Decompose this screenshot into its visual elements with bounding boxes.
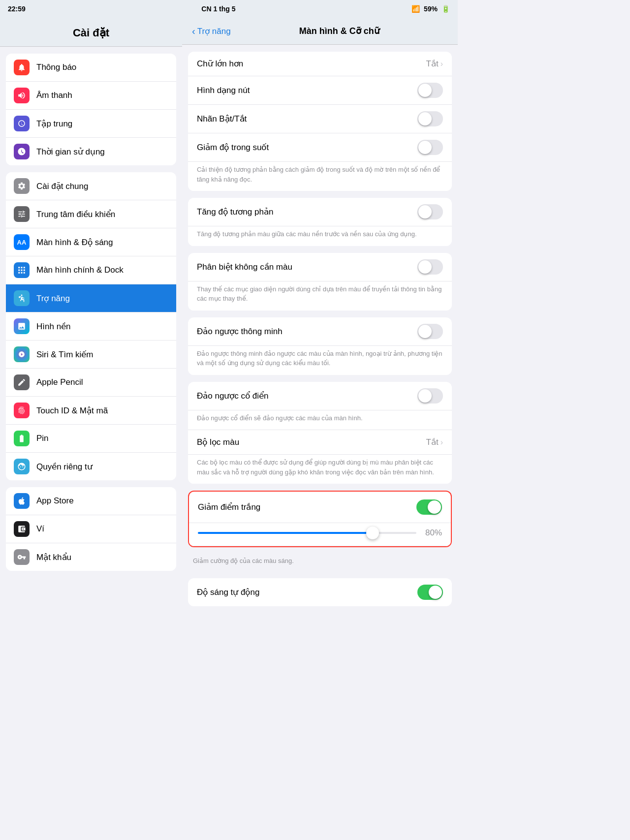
giam-diem-trang-row[interactable]: Giảm điểm trắng xyxy=(189,492,451,523)
man-hinh-do-sang-icon: AA xyxy=(14,234,30,250)
app-store-icon xyxy=(14,493,30,509)
giam-do-trong-suot-label: Giảm độ trong suốt xyxy=(197,142,269,153)
phan-biet-khong-can-mau-label: Phân biệt không cần màu xyxy=(197,262,292,272)
nhan-bat-tat-toggle[interactable] xyxy=(417,111,443,126)
sidebar-item-thoi-gian-su-dung[interactable]: Thời gian sử dụng xyxy=(6,138,176,165)
quyen-rieng-tu-label: Quyền riêng tư xyxy=(36,462,93,472)
giam-do-trong-suot-row[interactable]: Giảm độ trong suốt xyxy=(188,133,452,162)
brightness-slider-track[interactable] xyxy=(198,532,416,534)
dao-nguoc-co-dien-row[interactable]: Đảo ngược cổ điển xyxy=(188,382,452,410)
chu-lon-hon-label: Chữ lớn hơn xyxy=(197,59,243,69)
do-sang-tu-dong-label: Độ sáng tự động xyxy=(197,587,259,597)
dao-nguoc-co-dien-toggle[interactable] xyxy=(417,388,443,404)
sidebar-item-hinh-nen[interactable]: Hình nền xyxy=(6,312,176,341)
bo-loc-mau-label: Bộ lọc màu xyxy=(197,437,239,447)
slider-row: 80% xyxy=(189,523,451,546)
tap-trung-icon xyxy=(14,116,30,131)
sidebar-item-apple-pencil[interactable]: Apple Pencil xyxy=(6,369,176,397)
thong-bao-icon xyxy=(14,60,30,75)
man-hinh-chinh-label: Màn hình chính & Dock xyxy=(36,265,124,275)
giam-do-trong-suot-desc: Cải thiện độ tương phản bằng cách giảm đ… xyxy=(188,162,452,191)
toggle-thumb-8 xyxy=(428,500,441,514)
sidebar-item-siri-tim-kiem[interactable]: Siri & Tìm kiếm xyxy=(6,341,176,369)
chu-lon-hon-row[interactable]: Chữ lớn hơn Tắt › xyxy=(188,52,452,76)
sidebar-item-tro-nang[interactable]: Trợ năng xyxy=(6,284,176,312)
back-button[interactable]: ‹ Trợ năng xyxy=(192,26,231,36)
sidebar-item-thong-bao[interactable]: Thông báo xyxy=(6,54,176,82)
status-time: 22:59 xyxy=(8,5,26,13)
phan-biet-khong-can-mau-row[interactable]: Phân biệt không cần màu xyxy=(188,253,452,281)
trung-tam-label: Trung tâm điều khiển xyxy=(36,209,115,219)
sidebar-item-pin[interactable]: Pin xyxy=(6,425,176,453)
giam-diem-trang-toggle[interactable] xyxy=(416,499,442,515)
toggle-thumb xyxy=(418,84,432,97)
hinh-dang-nut-row[interactable]: Hình dạng nút xyxy=(188,76,452,105)
back-label: Trợ năng xyxy=(197,26,231,36)
sidebar-item-quyen-rieng-tu[interactable]: Quyền riêng tư xyxy=(6,453,176,480)
phan-biet-toggle[interactable] xyxy=(417,259,443,275)
battery-text: 59% xyxy=(424,5,438,13)
giam-diem-trang-section: Giảm điểm trắng 80% xyxy=(188,491,452,547)
slider-fill xyxy=(198,532,373,534)
chevron-right-icon-2: › xyxy=(441,438,443,447)
sidebar-item-app-store[interactable]: App Store xyxy=(6,487,176,515)
sidebar-item-tap-trung[interactable]: Tập trung xyxy=(6,110,176,138)
slider-container: 80% xyxy=(198,528,442,538)
bo-loc-mau-desc: Các bộ lọc màu có thể được sử dụng để gi… xyxy=(188,455,452,484)
dao-nguoc-thong-minh-row[interactable]: Đảo ngược thông minh xyxy=(188,317,452,346)
thoi-gian-label: Thời gian sử dụng xyxy=(36,147,105,157)
chu-lon-hon-value: Tắt › xyxy=(426,59,443,69)
tro-nang-label: Trợ năng xyxy=(36,293,70,304)
detail-section-4: Đảo ngược thông minh Đảo ngược thông min… xyxy=(188,317,452,375)
detail-section-5: Đảo ngược cổ điển Đảo ngược cổ điển sẽ đ… xyxy=(188,382,452,484)
sidebar-item-touch-id[interactable]: Touch ID & Mật mã xyxy=(6,397,176,425)
wifi-icon: 📶 xyxy=(411,5,420,13)
detail-header: ‹ Trợ năng Màn hình & Cỡ chữ xyxy=(182,18,458,45)
sidebar-item-am-thanh[interactable]: Âm thanh xyxy=(6,82,176,110)
dao-nguoc-thong-minh-toggle[interactable] xyxy=(417,324,443,339)
sidebar-item-trung-tam-dieu-khien[interactable]: Trung tâm điều khiển xyxy=(6,200,176,228)
toggle-thumb-7 xyxy=(418,389,432,403)
sidebar-section-2: Cài đặt chung Trung tâm điều khiển AA Mà… xyxy=(6,172,176,480)
apple-pencil-icon xyxy=(14,374,30,390)
apple-pencil-label: Apple Pencil xyxy=(36,377,83,387)
man-hinh-do-sang-label: Màn hình & Độ sáng xyxy=(36,237,113,248)
detail-section-3: Phân biệt không cần màu Thay thế các mục… xyxy=(188,253,452,311)
thong-bao-label: Thông báo xyxy=(36,62,76,72)
am-thanh-label: Âm thanh xyxy=(36,91,72,100)
back-chevron-icon: ‹ xyxy=(192,26,195,36)
siri-label: Siri & Tìm kiếm xyxy=(36,349,93,360)
hinh-dang-nut-label: Hình dạng nút xyxy=(197,85,250,95)
tang-do-tuong-phan-toggle[interactable] xyxy=(417,204,443,219)
siri-icon xyxy=(14,346,30,362)
sidebar-item-cai-dat-chung[interactable]: Cài đặt chung xyxy=(6,172,176,200)
slider-thumb[interactable] xyxy=(366,527,379,539)
detail-section-6: Độ sáng tự động xyxy=(188,578,452,606)
sidebar-item-mat-khau[interactable]: Mật khẩu xyxy=(6,543,176,571)
tang-do-tuong-phan-label: Tăng độ tương phản xyxy=(197,207,273,217)
do-sang-tu-dong-row[interactable]: Độ sáng tự động xyxy=(188,578,452,606)
sidebar-item-man-hinh-do-sang[interactable]: AA Màn hình & Độ sáng xyxy=(6,228,176,256)
sidebar-item-man-hinh-chinh-dock[interactable]: Màn hình chính & Dock xyxy=(6,256,176,284)
tang-do-tuong-phan-desc: Tăng độ tương phản màu giữa các màu nền … xyxy=(188,226,452,246)
toggle-thumb-2 xyxy=(418,112,432,125)
tang-do-tuong-phan-row[interactable]: Tăng độ tương phản xyxy=(188,198,452,226)
giam-do-trong-suot-toggle[interactable] xyxy=(417,140,443,155)
status-right: 📶 59% 🔋 xyxy=(411,5,450,13)
pin-label: Pin xyxy=(36,434,49,443)
sidebar-item-vi[interactable]: Ví xyxy=(6,515,176,543)
detail-section-2: Tăng độ tương phản Tăng độ tương phản mà… xyxy=(188,198,452,246)
do-sang-tu-dong-toggle[interactable] xyxy=(417,585,443,600)
app-store-label: App Store xyxy=(36,496,74,506)
main-layout: Cài đặt Thông báo Âm thanh Tập trung xyxy=(0,18,458,840)
vi-label: Ví xyxy=(36,524,44,534)
nhan-bat-tat-row[interactable]: Nhãn Bật/Tắt xyxy=(188,105,452,133)
hinh-dang-nut-toggle[interactable] xyxy=(417,83,443,98)
tap-trung-label: Tập trung xyxy=(36,119,72,129)
touch-id-label: Touch ID & Mật mã xyxy=(36,405,108,416)
bo-loc-mau-row[interactable]: Bộ lọc màu Tắt › xyxy=(188,430,452,455)
pin-icon xyxy=(14,431,30,446)
hinh-nen-icon xyxy=(14,318,30,334)
sidebar-title: Cài đặt xyxy=(0,18,182,47)
mat-khau-icon xyxy=(14,549,30,565)
